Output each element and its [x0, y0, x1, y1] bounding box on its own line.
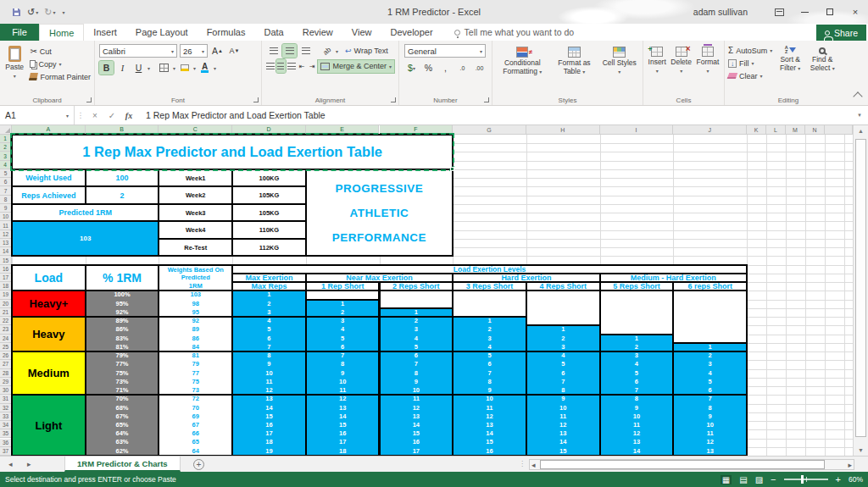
cell-rep-block[interactable]: 4567	[231, 316, 307, 352]
column-header-j[interactable]: J	[673, 125, 747, 135]
find-select-button[interactable]: Find & Select ▾	[808, 43, 837, 82]
cell-weight-used-label[interactable]: Weight Used	[11, 169, 86, 187]
cell-pct-header[interactable]: % 1RM	[85, 264, 160, 292]
align-left-button[interactable]	[266, 59, 275, 73]
zoom-slider[interactable]	[784, 479, 828, 480]
row-header-14[interactable]: 14	[0, 247, 12, 256]
cell-load-header[interactable]: Load	[11, 264, 86, 292]
row-header-30[interactable]: 30	[0, 386, 12, 395]
cell-weight-used-value[interactable]: 100	[85, 169, 160, 187]
cell-rep-block[interactable]: 123	[526, 324, 601, 352]
sort-filter-button[interactable]: AZ Sort & Filter ▾	[776, 43, 804, 82]
cell-week-label[interactable]: Week1	[158, 169, 233, 187]
cell-load-medium[interactable]: Medium	[11, 351, 86, 396]
vertical-scroll-thumb[interactable]	[855, 139, 866, 437]
increase-decimal-button[interactable]: .0	[455, 61, 470, 75]
sheet-nav-left-button[interactable]: ◂	[8, 457, 13, 472]
row-header-7[interactable]: 7	[0, 186, 12, 195]
row-header-4[interactable]: 4	[0, 161, 12, 169]
cell-week-value[interactable]: 112KG	[231, 238, 307, 257]
zoom-out-button[interactable]: −	[771, 474, 776, 484]
column-header-l[interactable]: L	[766, 125, 786, 135]
zoom-slider-thumb[interactable]	[801, 475, 804, 484]
formula-bar-expand-button[interactable]: ▾	[851, 112, 868, 119]
hscroll-right-icon[interactable]: ▸	[848, 460, 852, 469]
cell-week-label[interactable]: Week2	[158, 185, 233, 204]
cell-rep-blank[interactable]	[599, 290, 675, 335]
cell-weight-block[interactable]: 92898684	[158, 316, 233, 352]
row-header-24[interactable]: 24	[0, 335, 12, 343]
number-dialog-launcher[interactable]	[484, 97, 489, 102]
row-header-8[interactable]: 8	[0, 196, 12, 204]
vertical-scrollbar[interactable]: ▲ ▼	[853, 125, 868, 456]
cell-title[interactable]: 1 Rep Max Predictor and Load Exertion Ta…	[11, 134, 453, 170]
cell-rep-block[interactable]: 45678	[526, 351, 601, 396]
save-button[interactable]	[12, 8, 21, 17]
cell-rep-block[interactable]: 23456	[672, 351, 748, 396]
cell-predicted-1rm-value[interactable]: 103	[11, 220, 159, 257]
underline-button[interactable]: U	[131, 61, 146, 75]
customize-qat-button[interactable]: ▾	[61, 9, 64, 15]
enter-button[interactable]: ✓	[103, 111, 120, 120]
cell-reps-achieved-label[interactable]: Reps Achieved	[11, 185, 86, 204]
cell-rep-blank[interactable]	[379, 290, 454, 308]
cell-predicted-1rm-label[interactable]: Predicted 1RM	[11, 203, 159, 222]
font-name-select[interactable]: Calibri▾	[99, 44, 177, 58]
row-header-10[interactable]: 10	[0, 213, 12, 221]
grow-font-button[interactable]: A▲	[210, 44, 225, 58]
cell-rep-block[interactable]: 56789	[452, 351, 527, 396]
font-size-select[interactable]: 26▾	[180, 44, 208, 58]
tab-home[interactable]: Home	[39, 24, 84, 41]
merge-center-button[interactable]: Merge & Center▾	[318, 60, 394, 73]
cell-week-value[interactable]: 105KG	[231, 185, 307, 204]
hscroll-left-icon[interactable]: ◂	[531, 460, 536, 469]
cell-reps-achieved-value[interactable]: 2	[85, 185, 160, 204]
row-header-1[interactable]: 1	[0, 135, 12, 143]
delete-cells-button[interactable]: Delete▾	[670, 44, 692, 75]
row-header-25[interactable]: 25	[0, 343, 12, 351]
decrease-indent-button[interactable]: ⇤	[298, 59, 306, 73]
sheet-tab[interactable]: 1RM Predictor & Charts	[64, 457, 181, 472]
fill-color-button[interactable]	[177, 61, 192, 75]
row-header-37[interactable]: 37	[0, 447, 12, 456]
autosum-button[interactable]: ΣAutoSum▾	[728, 44, 772, 57]
row-header-6[interactable]: 6	[0, 178, 12, 186]
column-header-g[interactable]: G	[453, 125, 526, 135]
minimize-button[interactable]	[792, 0, 817, 24]
tell-me-box[interactable]: Tell me what you want to do	[454, 24, 575, 41]
cell-rep-block[interactable]: 1234	[452, 316, 527, 352]
cell-rep-block[interactable]: 2345	[379, 316, 454, 352]
cell-week-value[interactable]: 100KG	[231, 169, 307, 187]
cell-rep-block[interactable]: 78910111213	[672, 394, 748, 456]
row-header-5[interactable]: 5	[0, 169, 12, 178]
row-header-17[interactable]: 17	[0, 274, 12, 282]
tab-review[interactable]: Review	[293, 24, 342, 41]
column-header-i[interactable]: I	[600, 125, 674, 135]
italic-button[interactable]: I	[115, 61, 130, 75]
tab-formulas[interactable]: Formulas	[198, 24, 255, 41]
row-header-21[interactable]: 21	[0, 308, 12, 317]
horizontal-scroll-thumb[interactable]	[540, 460, 825, 469]
cell-rep-block[interactable]: 10111213141516	[452, 394, 527, 456]
cell-rep-block[interactable]: 891011121314	[599, 394, 675, 456]
align-center-button[interactable]	[276, 59, 285, 73]
cell-weight-block[interactable]: 72706967666564	[158, 394, 233, 456]
font-dialog-launcher[interactable]	[253, 97, 259, 102]
format-painter-button[interactable]: Format Painter	[30, 70, 91, 83]
collapse-ribbon-button[interactable]	[853, 91, 862, 101]
cell-pct-block[interactable]: 100%95%92%	[85, 290, 160, 318]
zoom-in-button[interactable]: +	[836, 474, 841, 484]
row-header-34[interactable]: 34	[0, 421, 12, 429]
cell-rep-block[interactable]: 12	[305, 299, 381, 318]
format-cells-button[interactable]: Format▾	[696, 44, 719, 75]
cell-pct-block[interactable]: 70%68%67%65%64%63%62%	[85, 394, 160, 456]
ribbon-display-options-button[interactable]	[766, 0, 792, 24]
cell-week-value[interactable]: 110KG	[231, 220, 307, 239]
cell-styles-button[interactable]: Cell Styles ▾	[602, 44, 637, 76]
cell-week-label[interactable]: Week4	[158, 220, 233, 239]
cell-rep-block[interactable]: 3456	[305, 316, 381, 352]
row-header-36[interactable]: 36	[0, 439, 12, 447]
tab-insert[interactable]: Insert	[84, 24, 126, 41]
row-header-9[interactable]: 9	[0, 204, 12, 213]
paste-button[interactable]: Paste▾	[3, 43, 25, 83]
